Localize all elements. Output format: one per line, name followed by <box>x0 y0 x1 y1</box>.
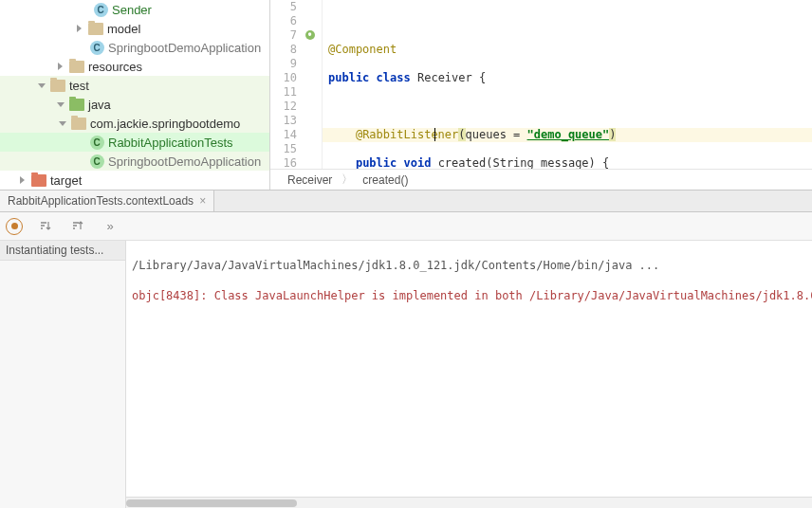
code-line <box>323 100 812 114</box>
folder-icon <box>50 80 65 92</box>
console-line: objc[8438]: Class JavaLaunchHelper is im… <box>132 288 806 303</box>
tree-node-app-tests[interactable]: C SpringbootDemoApplication <box>0 152 269 171</box>
tree-node-sender[interactable]: C Sender <box>0 0 269 19</box>
test-class-icon: C <box>90 154 104 169</box>
class-icon: C <box>94 3 108 17</box>
gutter-line: 8 <box>270 43 322 57</box>
console-panel: Instantiating tests... /Library/Java/Jav… <box>0 241 812 508</box>
excluded-folder-icon <box>31 174 46 187</box>
folder-icon <box>69 61 84 73</box>
bean-gutter-icon[interactable] <box>304 29 316 41</box>
gutter-line: 14 <box>270 128 322 142</box>
chevron-right-icon <box>17 174 28 186</box>
code-editor[interactable]: @Component public class Receiver { @Rabb… <box>323 0 812 169</box>
chevron-right-icon: 〉 <box>340 172 355 188</box>
tree-label: model <box>107 22 140 36</box>
gutter-line: 7 <box>270 28 322 43</box>
expand-icon[interactable]: » <box>101 217 120 236</box>
tree-node-java[interactable]: java <box>0 95 269 114</box>
project-tree[interactable]: C Sender model C SpringbootDemoApplicati… <box>0 0 270 190</box>
tree-node-package[interactable]: com.jackie.springbootdemo <box>0 114 269 133</box>
tree-label: target <box>50 173 82 188</box>
test-class-icon: C <box>90 136 104 150</box>
tree-label: SpringbootDemoApplication <box>108 41 261 55</box>
code-line: public class Receiver { <box>323 71 812 85</box>
breadcrumb-class[interactable]: Receiver <box>280 173 340 187</box>
tree-label: SpringbootDemoApplication <box>108 154 261 169</box>
gutter-line: 13 <box>270 114 322 128</box>
package-icon <box>71 118 86 130</box>
tree-node-target[interactable]: target <box>0 171 269 190</box>
run-tab-bar: RabbitApplicationTests.contextLoads × <box>0 190 812 212</box>
test-status-text: Instantiating tests... <box>0 241 125 261</box>
tree-node-test[interactable]: test <box>0 76 269 95</box>
package-icon <box>88 23 103 35</box>
tree-node-rabbit-tests[interactable]: C RabbitApplicationTests <box>0 133 269 152</box>
test-toolbar: » <box>0 212 812 241</box>
gutter-line: 12 <box>270 100 322 114</box>
console-output[interactable]: /Library/Java/JavaVirtualMachines/jdk1.8… <box>126 241 812 508</box>
code-line <box>323 14 812 28</box>
tree-node-resources[interactable]: resources <box>0 57 269 76</box>
test-tree-panel[interactable]: Instantiating tests... <box>0 241 126 508</box>
gutter-line: 10 <box>270 71 322 85</box>
run-tab-label: RabbitApplicationTests.contextLoads <box>8 194 194 208</box>
editor-gutter[interactable]: 5 6 7 8 9 10 11 12 13 14 15 16 <box>270 0 323 169</box>
text-cursor <box>434 128 435 141</box>
chevron-down-icon <box>55 99 66 110</box>
tree-label: com.jackie.springbootdemo <box>90 117 240 131</box>
gutter-line: 6 <box>270 14 322 28</box>
horizontal-scrollbar[interactable] <box>126 497 812 508</box>
tree-label: java <box>88 98 111 112</box>
tree-label: RabbitApplicationTests <box>108 136 233 150</box>
chevron-down-icon <box>36 80 47 91</box>
gutter-line: 5 <box>270 0 322 14</box>
class-icon: C <box>90 41 104 55</box>
breadcrumb[interactable]: Receiver 〉 created() <box>270 169 812 190</box>
test-folder-icon <box>69 99 84 111</box>
close-icon[interactable]: × <box>199 194 206 208</box>
progress-indicator-icon[interactable] <box>6 218 23 235</box>
breadcrumb-method[interactable]: created() <box>355 173 415 187</box>
chevron-down-icon <box>57 118 68 129</box>
sort-down-icon[interactable] <box>36 217 55 236</box>
run-tab[interactable]: RabbitApplicationTests.contextLoads × <box>0 190 214 211</box>
gutter-line: 16 <box>270 156 322 169</box>
scrollbar-thumb[interactable] <box>126 499 297 507</box>
tree-node-model[interactable]: model <box>0 19 269 38</box>
sort-up-icon[interactable] <box>68 217 87 236</box>
gutter-line: 15 <box>270 142 322 156</box>
chevron-right-icon <box>55 61 66 72</box>
code-line: @RabbitListener(queues = "demo_queue") <box>323 128 812 142</box>
editor-area: 5 6 7 8 9 10 11 12 13 14 15 16 @Componen… <box>270 0 812 190</box>
gutter-line: 11 <box>270 85 322 100</box>
tree-label: Sender <box>112 3 152 17</box>
console-line: /Library/Java/JavaVirtualMachines/jdk1.8… <box>132 258 806 273</box>
tree-label: test <box>69 79 89 93</box>
gutter-line: 9 <box>270 57 322 71</box>
tree-node-app-class[interactable]: C SpringbootDemoApplication <box>0 38 269 57</box>
chevron-right-icon <box>74 23 85 34</box>
code-line: public void created(String message) { <box>323 156 812 169</box>
code-line: @Component <box>323 43 812 57</box>
tree-label: resources <box>88 60 142 74</box>
